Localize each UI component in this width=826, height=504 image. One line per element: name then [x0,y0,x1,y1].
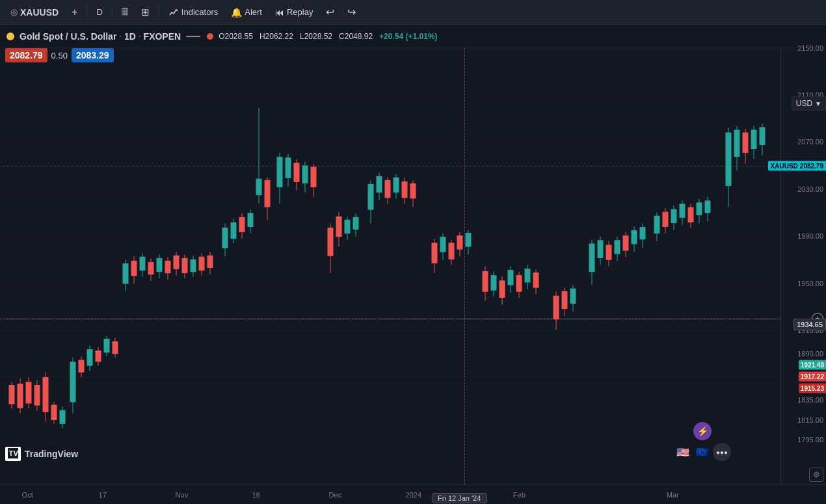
tradingview-logo: TV TradingView [5,447,78,461]
symbol-button[interactable]: ◎ XAUUSD [5,5,64,20]
change-value: +20.54 (+1.01%) [379,32,437,41]
svg-rect-75 [294,163,299,181]
chart-title: Gold Spot / U.S. Dollar · 1D · FXOPEN [20,31,181,42]
date-17: 17 [99,491,107,499]
low-value: L2028.52 [300,32,332,41]
ask-price-badge: 2083.29 [72,48,114,62]
svg-rect-35 [113,341,118,353]
xauusd-price-badge: XAUUSD 2082.79 [768,161,826,171]
layout-icon: ⊞ [141,7,150,18]
extra-circles-icon[interactable]: ●●● [713,443,731,461]
svg-rect-11 [9,386,14,404]
svg-rect-47 [165,261,170,272]
svg-rect-111 [483,272,488,292]
date-2024: 2024 [406,491,421,499]
svg-rect-129 [570,289,576,303]
svg-rect-81 [328,228,333,256]
layout-button[interactable]: ⊞ [136,4,155,21]
svg-rect-147 [663,212,668,226]
currency-dropdown[interactable]: USD ▼ [792,96,826,111]
lightning-icon[interactable]: ⚡ [693,422,712,440]
crosshair-price-badge: 1934.65 [793,319,826,330]
svg-rect-39 [131,261,137,275]
add-symbol-button[interactable]: + [66,4,83,21]
currency-label: USD [796,99,812,108]
price-label-1795: 1795.00 [797,436,823,444]
toolbar: ◎ XAUUSD + D 𝄜 ⊞ Indicators 🔔 Alert ⏮ Re… [0,0,826,25]
svg-rect-93 [385,180,390,197]
replay-button[interactable]: ⏮ Replay [270,5,318,20]
price-label-1835: 1835.00 [797,396,823,404]
svg-rect-133 [598,241,603,258]
svg-rect-53 [191,259,196,271]
price-label-1890: 1890.00 [797,350,823,358]
svg-rect-67 [256,179,261,194]
svg-rect-109 [466,233,471,246]
svg-rect-41 [140,257,145,270]
timeframe-button[interactable]: D [91,5,107,20]
chart-main[interactable]: .bull { fill: #26a69a; stroke: #26a69a; … [0,48,780,484]
svg-rect-91 [377,176,382,192]
date-axis: Oct 17 Nov 16 Dec 2024 Feb Mar Fri 12 Ja… [7,485,774,505]
bottom-icons: ⚡ 🇺🇸 🇪🇺 ●●● [674,422,731,461]
xauusd-badge-price: 2082.79 [800,163,823,170]
svg-rect-63 [239,217,245,232]
alert-label: Alert [245,7,262,17]
svg-rect-105 [449,243,454,259]
svg-rect-65 [248,213,253,226]
price-label-1950: 1950.00 [797,280,823,287]
gold-dot [7,33,14,40]
svg-text:TV: TV [9,449,18,457]
price-axis: USD ▼ 2150.00 2110.00 2070.00 2030.00 19… [780,48,826,484]
redo-button[interactable]: ↪ [342,3,361,21]
timeframe-label: D [96,7,102,17]
symbol-icon: ◎ [10,7,18,17]
svg-rect-87 [353,217,358,229]
svg-rect-161 [734,130,739,157]
open-value: O2028.55 [219,32,253,41]
svg-rect-157 [705,201,710,213]
legend-dot [207,33,213,40]
symbol-label: XAUUSD [20,7,59,18]
flag-eu-icon[interactable]: 🇪🇺 [693,443,712,461]
indicators-icon [168,7,179,18]
high-value: H2062.22 [260,32,293,41]
date-16: 16 [252,491,260,499]
svg-rect-61 [231,222,236,238]
chart-header: Gold Spot / U.S. Dollar · 1D · FXOPEN O2… [0,25,826,48]
svg-rect-115 [500,281,505,297]
svg-rect-167 [760,127,765,144]
date-feb: Feb [513,491,526,499]
settings-icon[interactable]: ⚙ [809,468,823,482]
chart-type-button[interactable]: 𝄜 [116,4,133,21]
indicators-label: Indicators [181,7,218,17]
close-value: C2048.92 [339,32,373,41]
tv-logo-text: TradingView [25,449,78,459]
bid-price-badge: 2082.79 [5,48,47,62]
svg-rect-69 [265,180,270,207]
svg-rect-89 [368,184,373,209]
level-1915-badge: 1915.23 [799,383,826,393]
svg-rect-137 [615,241,620,254]
svg-rect-139 [623,236,628,250]
svg-rect-103 [440,237,446,252]
undo-button[interactable]: ↩ [321,3,340,21]
svg-rect-127 [562,291,567,308]
alert-icon: 🔔 [231,7,242,18]
svg-rect-125 [553,296,559,319]
svg-rect-45 [157,258,162,271]
svg-rect-73 [286,158,291,178]
flag-us-icon[interactable]: 🇺🇸 [674,443,692,461]
svg-rect-29 [87,350,92,365]
date-oct: Oct [22,491,33,499]
svg-rect-23 [60,410,65,423]
svg-rect-21 [51,405,57,419]
indicators-button[interactable]: Indicators [163,5,223,20]
price-label-2070: 2070.00 [797,138,823,146]
svg-rect-99 [410,183,416,198]
date-nov: Nov [176,491,189,499]
alert-button[interactable]: 🔔 Alert [226,5,267,20]
divider-2 [112,5,113,20]
svg-rect-27 [79,360,84,372]
chevron-down-icon: ▼ [815,100,821,107]
